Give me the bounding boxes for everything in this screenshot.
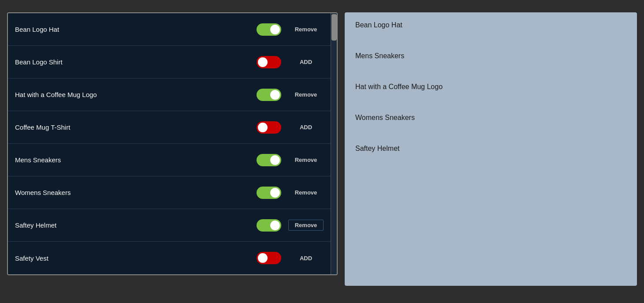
toggle-knob-bean-logo-shirt <box>258 57 268 67</box>
toggle-saftey-helmet[interactable] <box>257 219 281 232</box>
action-btn-mens-sneakers[interactable]: Remove <box>288 157 324 163</box>
action-btn-safety-vest[interactable]: ADD <box>288 255 324 262</box>
right-item-rp-womens-sneakers: Womens Sneakers <box>355 114 626 122</box>
right-item-rp-hat-coffee-mug: Hat with a Coffee Mug Logo <box>355 83 626 91</box>
toggle-safety-vest[interactable] <box>257 252 281 264</box>
item-label-coffee-mug-tshirt: Coffee Mug T-Shirt <box>15 123 257 131</box>
toggle-wrapper-bean-logo-shirt: ADD <box>257 56 324 68</box>
toggle-knob-saftey-helmet <box>270 221 280 230</box>
action-btn-hat-coffee-mug-logo[interactable]: Remove <box>288 91 324 98</box>
toggle-knob-bean-logo-hat <box>270 25 280 34</box>
toggle-wrapper-bean-logo-hat: Remove <box>257 23 324 36</box>
item-label-saftey-helmet: Saftey Helmet <box>15 221 257 229</box>
item-label-hat-coffee-mug-logo: Hat with a Coffee Mug Logo <box>15 91 257 98</box>
action-btn-coffee-mug-tshirt[interactable]: ADD <box>288 124 324 131</box>
toggle-wrapper-womens-sneakers: Remove <box>257 187 324 199</box>
toggle-bean-logo-hat[interactable] <box>257 23 281 36</box>
right-item-rp-mens-sneakers: Mens Sneakers <box>355 52 626 60</box>
item-label-womens-sneakers: Womens Sneakers <box>15 189 257 196</box>
action-btn-bean-logo-shirt[interactable]: ADD <box>288 59 324 65</box>
action-btn-bean-logo-hat[interactable]: Remove <box>288 26 324 33</box>
item-label-bean-logo-hat: Bean Logo Hat <box>15 26 257 33</box>
scrollbar-track[interactable] <box>331 13 337 274</box>
toggle-coffee-mug-tshirt[interactable] <box>257 121 281 134</box>
item-row-mens-sneakers: Mens SneakersRemove <box>8 144 337 176</box>
toggle-knob-mens-sneakers <box>270 155 280 165</box>
right-panel: Bean Logo HatMens SneakersHat with a Cof… <box>345 12 637 286</box>
item-row-safety-vest: Safety VestADD <box>8 242 337 274</box>
toggle-womens-sneakers[interactable] <box>257 187 281 199</box>
toggle-wrapper-mens-sneakers: Remove <box>257 154 324 166</box>
item-row-saftey-helmet: Saftey HelmetRemove <box>8 209 337 242</box>
toggle-knob-womens-sneakers <box>270 188 280 198</box>
scrollbar-thumb[interactable] <box>331 14 337 41</box>
left-panel: Bean Logo HatRemoveBean Logo ShirtADDHat… <box>7 12 338 275</box>
action-btn-saftey-helmet[interactable]: Remove <box>288 220 324 231</box>
toggle-knob-hat-coffee-mug-logo <box>270 90 280 100</box>
item-row-hat-coffee-mug-logo: Hat with a Coffee Mug LogoRemove <box>8 79 337 111</box>
toggle-wrapper-saftey-helmet: Remove <box>257 219 324 232</box>
toggle-wrapper-hat-coffee-mug-logo: Remove <box>257 89 324 101</box>
toggle-hat-coffee-mug-logo[interactable] <box>257 89 281 101</box>
toggle-wrapper-coffee-mug-tshirt: ADD <box>257 121 324 134</box>
item-row-bean-logo-hat: Bean Logo HatRemove <box>8 13 337 46</box>
toggle-mens-sneakers[interactable] <box>257 154 281 166</box>
item-label-mens-sneakers: Mens Sneakers <box>15 156 257 164</box>
right-item-rp-bean-logo-hat: Bean Logo Hat <box>355 21 626 29</box>
toggle-bean-logo-shirt[interactable] <box>257 56 281 68</box>
item-row-bean-logo-shirt: Bean Logo ShirtADD <box>8 46 337 79</box>
main-layout: Bean Logo HatRemoveBean Logo ShirtADDHat… <box>7 12 637 286</box>
toggle-knob-coffee-mug-tshirt <box>258 123 268 132</box>
item-label-safety-vest: Safety Vest <box>15 254 257 262</box>
action-btn-womens-sneakers[interactable]: Remove <box>288 189 324 196</box>
item-row-womens-sneakers: Womens SneakersRemove <box>8 176 337 209</box>
toggle-wrapper-safety-vest: ADD <box>257 252 324 264</box>
items-container: Bean Logo HatRemoveBean Logo ShirtADDHat… <box>8 13 337 274</box>
right-items-container: Bean Logo HatMens SneakersHat with a Cof… <box>355 21 626 153</box>
right-item-rp-saftey-helmet: Saftey Helmet <box>355 145 626 153</box>
item-label-bean-logo-shirt: Bean Logo Shirt <box>15 58 257 66</box>
toggle-knob-safety-vest <box>258 253 268 263</box>
item-row-coffee-mug-tshirt: Coffee Mug T-ShirtADD <box>8 111 337 144</box>
